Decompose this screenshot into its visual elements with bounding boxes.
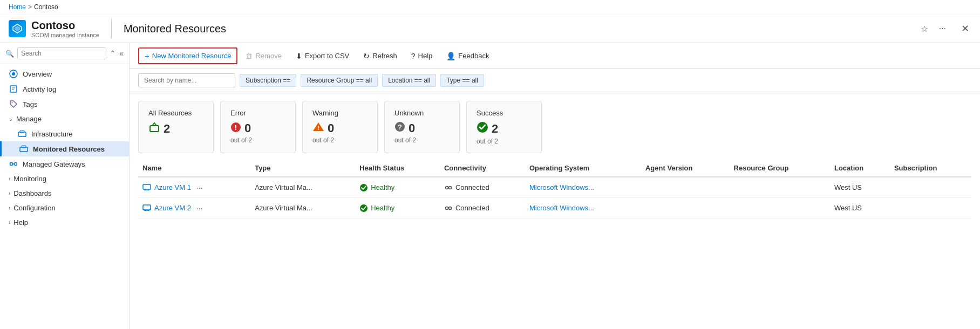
svg-point-12 bbox=[10, 163, 13, 166]
svg-rect-15 bbox=[150, 126, 159, 132]
card-all-resources[interactable]: All Resources 2 bbox=[138, 101, 214, 153]
all-resources-icon bbox=[148, 121, 160, 136]
card-warning-title: Warning bbox=[312, 109, 368, 117]
sidebar-group-help[interactable]: › Help bbox=[0, 215, 129, 230]
card-success-title: Success bbox=[477, 109, 532, 117]
download-icon: ⬇ bbox=[296, 52, 302, 60]
sidebar-item-overview[interactable]: Overview bbox=[0, 66, 129, 81]
card-error-sub: out of 2 bbox=[230, 136, 285, 144]
search-input[interactable] bbox=[17, 47, 106, 59]
favorite-button[interactable]: ☆ bbox=[918, 22, 930, 36]
breadcrumb-separator: > bbox=[28, 3, 32, 11]
resource-group-filter[interactable]: Resource Group == all bbox=[301, 74, 378, 87]
svg-text:?: ? bbox=[398, 123, 402, 131]
vm-icon-0 bbox=[142, 183, 151, 192]
cell-agent-1 bbox=[641, 198, 730, 218]
help-button[interactable]: ? Help bbox=[405, 49, 439, 64]
sidebar-item-infrastructure[interactable]: Infrastructure bbox=[0, 126, 129, 141]
col-connectivity: Connectivity bbox=[440, 160, 525, 177]
vm-icon-1 bbox=[142, 203, 151, 213]
remove-button[interactable]: 🗑 Remove bbox=[240, 49, 287, 63]
cell-type-1: Azure Virtual Ma... bbox=[250, 198, 355, 218]
svg-text:!: ! bbox=[317, 125, 319, 131]
vm-link-1[interactable]: Azure VM 2 bbox=[154, 204, 191, 212]
sidebar-item-managed-gateways[interactable]: Managed Gateways bbox=[0, 156, 129, 172]
monitored-resources-icon bbox=[19, 145, 29, 153]
card-error-title: Error bbox=[230, 109, 285, 117]
cell-health-1: Healthy bbox=[355, 198, 440, 218]
row-more-button-1[interactable]: ··· bbox=[194, 204, 205, 213]
tags-icon bbox=[9, 100, 18, 108]
card-warning[interactable]: Warning ! 0 out of 2 bbox=[302, 101, 378, 153]
breadcrumb: Home > Contoso bbox=[0, 0, 980, 15]
col-type: Type bbox=[250, 160, 355, 177]
infrastructure-icon bbox=[17, 129, 27, 138]
location-filter[interactable]: Location == all bbox=[382, 74, 436, 87]
breadcrumb-home[interactable]: Home bbox=[9, 3, 26, 11]
name-search-input[interactable] bbox=[138, 73, 235, 87]
row-more-button-0[interactable]: ··· bbox=[194, 183, 205, 192]
breadcrumb-current: Contoso bbox=[34, 3, 58, 11]
new-monitored-resource-button[interactable]: + New Monitored Resource bbox=[138, 47, 237, 64]
collapse-up-button[interactable]: ⌃ bbox=[110, 49, 116, 58]
svg-text:!: ! bbox=[235, 124, 237, 132]
sidebar-item-activity-log-label: Activity log bbox=[23, 85, 56, 93]
sidebar-group-monitoring[interactable]: › Monitoring bbox=[0, 172, 129, 186]
card-unknown[interactable]: Unknown ? 0 out of 2 bbox=[384, 101, 460, 153]
card-unknown-sub: out of 2 bbox=[394, 136, 450, 144]
svg-point-7 bbox=[12, 102, 13, 104]
title-divider bbox=[111, 19, 112, 38]
sidebar-group-configuration[interactable]: › Configuration bbox=[0, 201, 129, 215]
sidebar-item-tags-label: Tags bbox=[23, 100, 37, 108]
help-label: Help bbox=[418, 52, 433, 60]
svg-point-29 bbox=[448, 186, 451, 189]
cell-health-0: Healthy bbox=[355, 177, 440, 198]
cell-name-1: Azure VM 2 ··· bbox=[138, 198, 250, 218]
card-all-resources-count: 2 bbox=[148, 121, 203, 136]
svg-point-27 bbox=[360, 184, 368, 191]
sidebar-item-activity-log[interactable]: Activity log bbox=[0, 81, 129, 97]
refresh-label: Refresh bbox=[372, 52, 397, 60]
card-success[interactable]: Success 2 out of 2 bbox=[466, 101, 542, 153]
type-filter[interactable]: Type == all bbox=[440, 74, 484, 87]
card-success-count: 2 bbox=[477, 121, 532, 136]
activity-log-icon bbox=[9, 85, 18, 93]
feedback-button[interactable]: 👤 Feedback bbox=[440, 49, 495, 64]
svg-marker-1 bbox=[15, 26, 20, 31]
app-title: Contoso bbox=[31, 19, 99, 32]
manage-chevron-icon: ⌄ bbox=[9, 116, 13, 122]
close-button[interactable]: ✕ bbox=[959, 20, 971, 37]
more-options-button[interactable]: ··· bbox=[937, 22, 948, 36]
sidebar-item-infrastructure-label: Infrastructure bbox=[31, 130, 73, 138]
svg-rect-4 bbox=[10, 86, 17, 92]
all-resources-number: 2 bbox=[164, 122, 170, 136]
svg-point-13 bbox=[15, 163, 17, 166]
sidebar-search-area: 🔍 ⌃ « bbox=[0, 43, 129, 64]
cell-location-0: West US bbox=[830, 177, 890, 198]
unknown-icon: ? bbox=[394, 121, 405, 135]
cell-agent-0 bbox=[641, 177, 730, 198]
help-icon: ? bbox=[411, 52, 416, 60]
warning-icon: ! bbox=[312, 121, 324, 135]
sidebar-collapse-button[interactable]: « bbox=[119, 49, 124, 58]
dashboards-chevron-icon: › bbox=[9, 190, 10, 196]
app-subtitle: SCOM managed instance bbox=[31, 32, 99, 38]
warning-number: 0 bbox=[328, 121, 334, 135]
export-csv-button[interactable]: ⬇ Export to CSV bbox=[290, 49, 355, 64]
subscription-filter[interactable]: Subscription == bbox=[240, 74, 296, 87]
vm-link-0[interactable]: Azure VM 1 bbox=[154, 183, 191, 191]
card-unknown-title: Unknown bbox=[394, 109, 450, 117]
col-resource-group: Resource Group bbox=[730, 160, 830, 177]
error-number: 0 bbox=[244, 121, 251, 135]
sidebar-group-manage[interactable]: ⌄ Manage bbox=[0, 112, 129, 126]
sidebar-group-dashboards[interactable]: › Dashboards bbox=[0, 186, 129, 201]
sidebar-group-monitoring-label: Monitoring bbox=[13, 175, 46, 183]
sidebar-item-tags[interactable]: Tags bbox=[0, 97, 129, 112]
top-bar: Contoso SCOM managed instance Monitored … bbox=[0, 15, 980, 43]
card-all-resources-title: All Resources bbox=[148, 109, 203, 117]
card-error[interactable]: Error ! 0 out of 2 bbox=[220, 101, 296, 153]
toolbar: + New Monitored Resource 🗑 Remove ⬇ Expo… bbox=[130, 43, 980, 69]
refresh-button[interactable]: ↻ Refresh bbox=[357, 49, 403, 64]
sidebar-item-monitored-resources[interactable]: Monitored Resources bbox=[0, 141, 129, 156]
trash-icon: 🗑 bbox=[246, 52, 253, 60]
